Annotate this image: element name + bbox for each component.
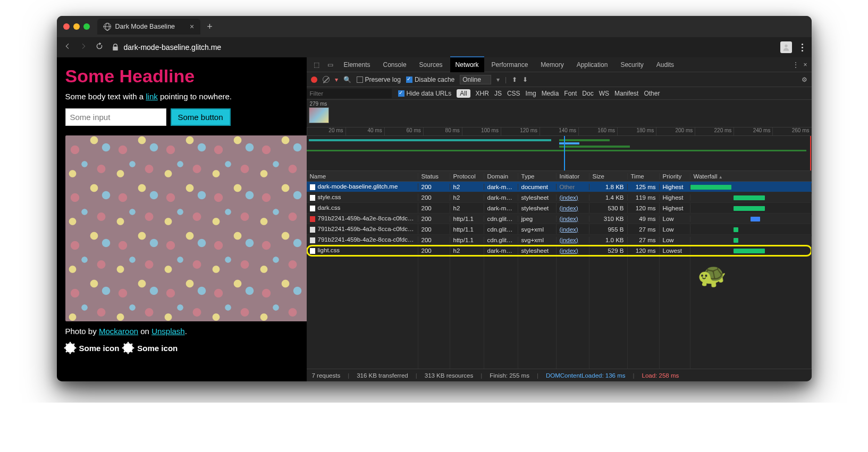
lightbulb-icon [123, 343, 133, 353]
network-statusbar: 7 requests| 316 KB transferred| 313 KB r… [307, 369, 812, 381]
timeline-ruler: 20 ms40 ms60 ms80 ms100 ms120 ms140 ms16… [307, 127, 812, 136]
table-row[interactable]: dark-mode-baseline.glitch.me200h2dark-mo… [307, 182, 812, 192]
column-priority[interactable]: Priority [660, 173, 690, 180]
table-row[interactable]: style.css200h2dark-mo…stylesheet(index)1… [307, 192, 812, 203]
screenshot-thumbnail[interactable] [309, 107, 329, 123]
devtools-panel: ⬚ ▭ ElementsConsoleSourcesNetworkPerform… [307, 57, 812, 381]
network-overview[interactable]: 279 ms [307, 100, 812, 127]
browser-tab[interactable]: Dark Mode Baseline × [97, 19, 201, 35]
column-type[interactable]: Type [518, 173, 557, 180]
filter-type-js[interactable]: JS [494, 90, 502, 97]
inspect-element-icon[interactable]: ⬚ [311, 61, 323, 69]
download-har-icon[interactable]: ⬇ [523, 76, 528, 83]
lightbulb-icon [65, 343, 75, 353]
table-row[interactable]: 791b2241-459b-4a2e-8cca-c0fdc2…200http/1… [307, 214, 812, 224]
devtools-tab-network[interactable]: Network [450, 56, 484, 72]
device-toolbar-icon[interactable]: ▭ [325, 61, 336, 69]
record-button[interactable] [311, 76, 317, 83]
devtools-close-icon[interactable]: × [803, 61, 807, 69]
filter-type-media[interactable]: Media [542, 90, 559, 97]
column-domain[interactable]: Domain [484, 173, 518, 180]
body-link[interactable]: link [146, 92, 158, 101]
table-row[interactable]: 791b2241-459b-4a2e-8cca-c0fdc2…200http/1… [307, 224, 812, 235]
column-size[interactable]: Size [589, 173, 628, 180]
status-resources: 313 KB resources [425, 372, 473, 379]
table-row[interactable]: 791b2241-459b-4a2e-8cca-c0fdc2…200http/1… [307, 235, 812, 245]
maximize-window-button[interactable] [83, 23, 90, 30]
new-tab-button[interactable]: + [207, 21, 213, 32]
devtools-tab-application[interactable]: Application [571, 57, 613, 72]
rendered-page: Some Headline Some body text with a link… [57, 57, 307, 381]
overview-duration: 279 ms [310, 101, 327, 107]
status-transferred: 316 KB transferred [357, 372, 408, 379]
filter-type-ws[interactable]: WS [599, 90, 609, 97]
throttling-select[interactable]: Online [460, 75, 491, 84]
filter-type-xhr[interactable]: XHR [476, 90, 489, 97]
column-protocol[interactable]: Protocol [450, 173, 484, 180]
traffic-lights [63, 23, 90, 30]
close-window-button[interactable] [63, 23, 70, 30]
filter-type-img[interactable]: Img [526, 90, 536, 97]
status-requests: 7 requests [312, 372, 341, 379]
devtools-tab-memory[interactable]: Memory [535, 57, 569, 72]
back-button[interactable] [63, 42, 72, 53]
table-row[interactable]: light.css200h2dark-mo…stylesheet(index)5… [307, 245, 812, 256]
svg-point-0 [785, 45, 787, 47]
filter-type-font[interactable]: Font [564, 90, 577, 97]
sample-button[interactable]: Some button [171, 108, 231, 126]
devtools-tab-elements[interactable]: Elements [339, 57, 376, 72]
devtools-tab-console[interactable]: Console [378, 57, 412, 72]
column-time[interactable]: Time [628, 173, 660, 180]
column-status[interactable]: Status [418, 173, 450, 180]
column-initiator[interactable]: Initiator [557, 173, 589, 180]
filter-type-other[interactable]: Other [644, 90, 660, 97]
tab-title: Dark Mode Baseline [115, 23, 175, 30]
devtools-tab-sources[interactable]: Sources [414, 57, 448, 72]
devtools-menu-icon[interactable]: ⋮ [793, 61, 799, 69]
filter-type-css[interactable]: CSS [507, 90, 520, 97]
close-tab-icon[interactable]: × [190, 22, 194, 31]
status-finish: Finish: 255 ms [490, 372, 529, 379]
upload-har-icon[interactable]: ⬆ [512, 76, 517, 83]
devtools-tab-audits[interactable]: Audits [651, 57, 679, 72]
url-display[interactable]: dark-mode-baseline.glitch.me [111, 43, 222, 52]
preserve-log-checkbox[interactable]: Preserve log [357, 76, 401, 83]
table-row[interactable]: dark.css200h2dark-mo…stylesheet(index)53… [307, 203, 812, 214]
turtle-emoji: 🐢 [697, 261, 727, 289]
address-bar: dark-mode-baseline.glitch.me [57, 37, 812, 57]
search-icon[interactable]: 🔍 [343, 76, 351, 83]
clear-button[interactable] [323, 76, 330, 83]
table-header[interactable]: NameStatusProtocolDomainTypeInitiatorSiz… [307, 171, 812, 182]
author-link[interactable]: Mockaroon [99, 327, 138, 336]
site-link[interactable]: Unsplash [151, 327, 185, 336]
disable-cache-checkbox[interactable]: Disable cache [406, 76, 454, 83]
profile-icon[interactable] [780, 41, 792, 53]
globe-icon [104, 23, 111, 30]
network-settings-icon[interactable]: ⚙ [802, 76, 807, 83]
hide-data-urls-checkbox[interactable]: Hide data URLs [398, 90, 452, 97]
domcontentloaded-marker [564, 136, 565, 170]
filter-input[interactable] [307, 89, 392, 98]
column-waterfall[interactable]: Waterfall [690, 173, 812, 180]
devtools-tab-security[interactable]: Security [615, 57, 648, 72]
filter-type-manifest[interactable]: Manifest [614, 90, 638, 97]
column-name[interactable]: Name [307, 173, 418, 180]
page-body: Some body text with a link pointing to n… [65, 92, 298, 101]
load-marker [810, 136, 811, 170]
status-load: Load: 258 ms [642, 372, 679, 379]
devtools-tab-performance[interactable]: Performance [486, 57, 534, 72]
filter-toggle-icon[interactable]: ▾ [335, 76, 338, 83]
browser-menu-button[interactable] [799, 44, 805, 52]
lock-icon [111, 43, 120, 52]
devtools-tabstrip: ⬚ ▭ ElementsConsoleSourcesNetworkPerform… [307, 57, 812, 72]
minimize-window-button[interactable] [73, 23, 80, 30]
window-titlebar: Dark Mode Baseline × + [57, 16, 812, 37]
forward-button[interactable] [79, 42, 88, 53]
reload-button[interactable] [95, 42, 104, 53]
network-filter-bar: Hide data URLs AllXHRJSCSSImgMediaFontDo… [307, 87, 812, 100]
hero-image [65, 135, 310, 321]
sample-input[interactable] [65, 108, 166, 126]
timeline-bars[interactable] [307, 136, 812, 171]
filter-type-all[interactable]: All [457, 89, 470, 98]
filter-type-doc[interactable]: Doc [582, 90, 593, 97]
